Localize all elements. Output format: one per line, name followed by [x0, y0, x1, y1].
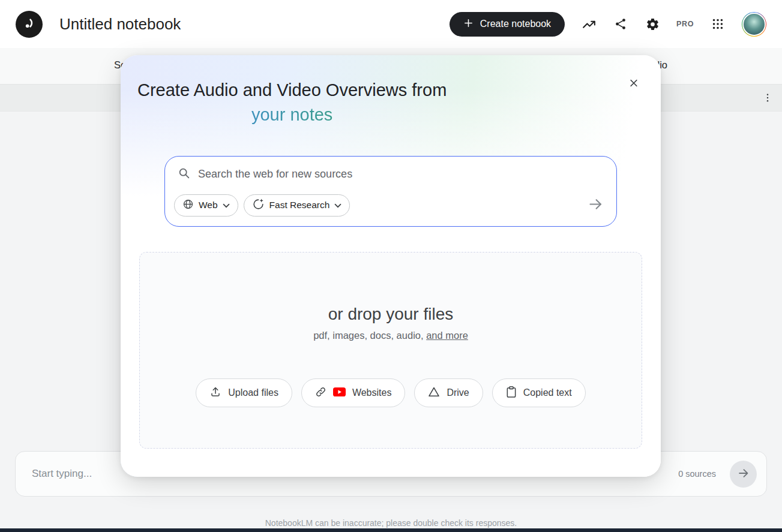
link-icon	[315, 386, 326, 400]
copied-text-button[interactable]: Copied text	[492, 378, 586, 407]
copied-text-label: Copied text	[523, 387, 572, 398]
source-scope-label: Web	[199, 200, 218, 211]
dialog-title-line1: Create Audio and Video Overviews from	[137, 78, 447, 103]
avatar-image	[742, 13, 766, 36]
chevron-down-icon	[334, 200, 341, 211]
search-input[interactable]	[198, 167, 604, 182]
and-more-link[interactable]: and more	[426, 330, 468, 341]
analytics-icon[interactable]	[581, 16, 597, 32]
create-notebook-button[interactable]: Create notebook	[450, 12, 565, 37]
notebooklm-logo-icon[interactable]	[16, 11, 43, 38]
upload-files-label: Upload files	[228, 387, 278, 398]
fast-research-icon	[252, 198, 265, 213]
avatar[interactable]	[742, 12, 766, 37]
youtube-icon	[333, 387, 346, 399]
close-icon[interactable]	[625, 74, 643, 92]
search-row	[165, 157, 616, 182]
globe-icon	[182, 199, 194, 212]
create-notebook-label: Create notebook	[480, 19, 551, 29]
upload-files-button[interactable]: Upload files	[196, 378, 292, 407]
file-dropzone[interactable]: or drop your files pdf, images, docs, au…	[139, 252, 642, 449]
chevron-down-icon	[223, 200, 230, 211]
search-icon	[178, 167, 190, 182]
arrow-right-icon	[588, 196, 604, 214]
drive-button[interactable]: Drive	[414, 378, 483, 407]
notebooklm-app: Sources Studio Start typing... 0 sources…	[0, 0, 782, 532]
plus-icon	[463, 18, 474, 31]
search-options-row: Web Fast Research	[174, 193, 607, 217]
settings-gear-icon[interactable]	[645, 16, 660, 32]
dropzone-heading: or drop your files	[140, 305, 642, 324]
chat-send-button[interactable]	[730, 461, 757, 488]
upload-icon	[209, 386, 221, 400]
clipboard-icon	[506, 386, 517, 401]
notebook-title[interactable]: Untitled notebook	[59, 15, 181, 34]
submit-search-button[interactable]	[583, 193, 607, 217]
websites-label: Websites	[352, 387, 392, 398]
dropzone-subtext: pdf, images, docs, audio, and more	[140, 330, 642, 341]
pro-badge: PRO	[676, 20, 694, 28]
search-box: Web Fast Research	[164, 156, 617, 227]
drive-label: Drive	[447, 387, 469, 398]
header-actions: Create notebook PRO	[450, 12, 766, 37]
dialog-title-line2: your notes	[137, 103, 447, 127]
create-sources-dialog: Create Audio and Video Overviews from yo…	[121, 55, 661, 477]
arrow-right-icon	[737, 467, 750, 482]
websites-button[interactable]: Websites	[301, 378, 406, 407]
source-scope-dropdown[interactable]: Web	[174, 194, 238, 217]
header: Untitled notebook Create notebook PRO	[0, 0, 782, 48]
disclaimer-text: NotebookLM can be inaccurate; please dou…	[0, 518, 782, 528]
more-options-icon[interactable]	[761, 91, 774, 104]
research-mode-dropdown[interactable]: Fast Research	[244, 194, 350, 217]
dialog-title: Create Audio and Video Overviews from yo…	[137, 78, 447, 127]
sources-count: 0 sources	[678, 469, 716, 479]
apps-grid-icon[interactable]	[710, 16, 726, 32]
dropzone-subtext-prefix: pdf, images, docs, audio,	[313, 330, 426, 341]
source-buttons-row: Upload files Websites Drive	[140, 378, 642, 407]
research-mode-label: Fast Research	[269, 200, 330, 211]
share-icon[interactable]	[613, 16, 628, 32]
bottom-edge	[0, 528, 782, 532]
drive-icon	[428, 386, 440, 400]
